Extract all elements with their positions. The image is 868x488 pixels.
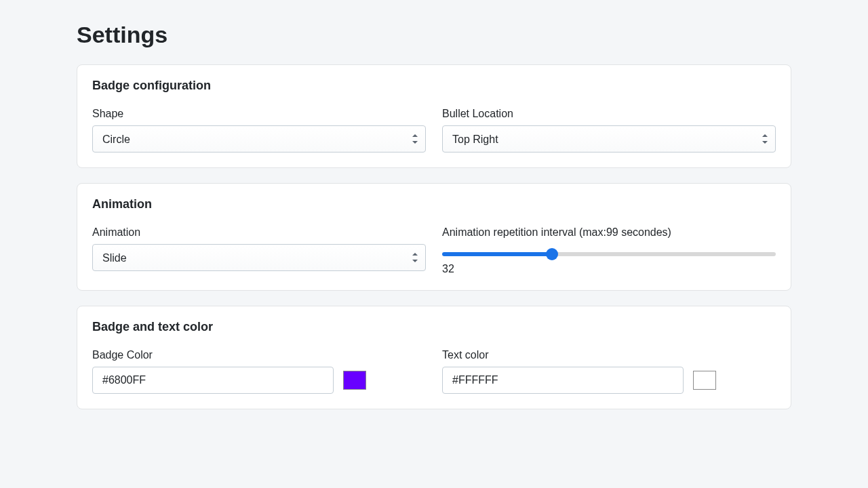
shape-label: Shape	[92, 108, 426, 120]
animation-interval-slider[interactable]	[442, 252, 776, 256]
text-color-label: Text color	[442, 349, 776, 361]
badge-text-color-title: Badge and text color	[92, 320, 776, 334]
shape-select[interactable]: Circle	[92, 125, 426, 152]
badge-configuration-card: Badge configuration Shape Circle Bullet …	[77, 64, 791, 168]
bullet-location-label: Bullet Location	[442, 108, 776, 120]
bullet-location-select[interactable]: Top Right	[442, 125, 776, 152]
badge-color-label: Badge Color	[92, 349, 426, 361]
text-color-swatch[interactable]	[693, 371, 716, 390]
animation-type-label: Animation	[92, 226, 426, 239]
animation-title: Animation	[92, 197, 776, 211]
page-title: Settings	[77, 22, 791, 48]
badge-color-input[interactable]	[92, 367, 334, 394]
badge-color-swatch[interactable]	[343, 371, 366, 390]
animation-type-select[interactable]: Slide	[92, 244, 426, 271]
animation-card: Animation Animation Slide Animation repe…	[77, 183, 791, 291]
text-color-input[interactable]	[442, 367, 684, 394]
badge-text-color-card: Badge and text color Badge Color Text co…	[77, 306, 791, 409]
animation-interval-label: Animation repetition interval (max:99 se…	[442, 226, 776, 239]
animation-interval-value: 32	[442, 263, 776, 275]
badge-configuration-title: Badge configuration	[92, 79, 776, 93]
